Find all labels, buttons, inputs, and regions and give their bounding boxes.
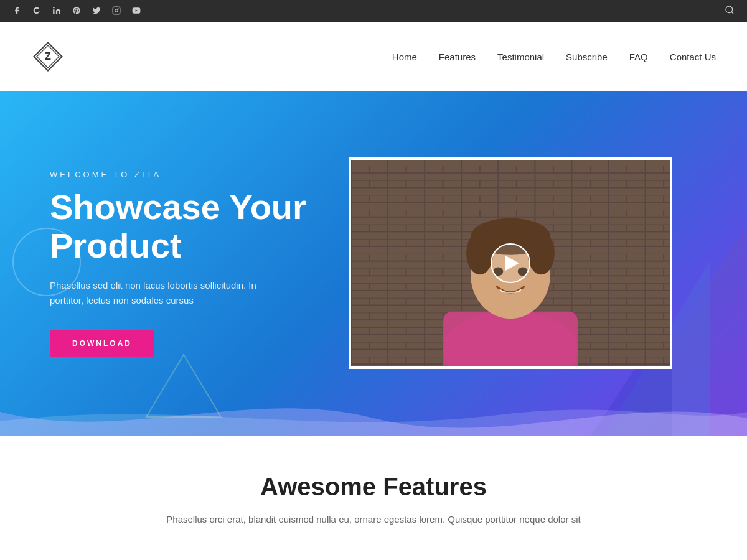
svg-point-2: [115, 9, 118, 12]
youtube-icon[interactable]: [132, 6, 141, 17]
svg-text:Z: Z: [45, 50, 51, 62]
video-player[interactable]: [349, 157, 672, 369]
logo[interactable]: Z: [31, 40, 65, 73]
nav-faq[interactable]: FAQ: [629, 52, 648, 62]
download-button[interactable]: DOWNLOAD: [50, 330, 154, 357]
svg-line-6: [731, 12, 733, 14]
google-plus-icon[interactable]: [32, 6, 41, 17]
hero-section: WELCOME TO ZITA Showcase Your Product Ph…: [0, 91, 747, 436]
hero-subtitle: WELCOME TO ZITA: [50, 170, 349, 179]
hero-content: WELCOME TO ZITA Showcase Your Product Ph…: [50, 170, 349, 357]
instagram-icon[interactable]: [112, 6, 121, 17]
svg-point-5: [726, 6, 733, 13]
features-title: Awesome Features: [50, 473, 697, 501]
social-links: [12, 6, 141, 17]
twitter-icon[interactable]: [92, 6, 101, 17]
nav-subscribe[interactable]: Subscribe: [566, 52, 608, 62]
hero-wave: [0, 387, 747, 436]
top-bar: [0, 0, 747, 22]
nav-home[interactable]: Home: [392, 52, 417, 62]
svg-point-22: [466, 231, 493, 274]
play-button[interactable]: [491, 243, 530, 283]
hero-title: Showcase Your Product: [50, 188, 349, 264]
nav-contact[interactable]: Contact Us: [670, 52, 716, 62]
header: Z Home Features Testimonial Subscribe FA…: [0, 22, 747, 91]
svg-rect-1: [113, 7, 120, 14]
svg-point-3: [118, 8, 119, 9]
nav-features[interactable]: Features: [439, 52, 476, 62]
features-section: Awesome Features Phasellus orci erat, bl…: [0, 436, 747, 552]
search-icon[interactable]: [725, 5, 735, 17]
hero-video-area: [349, 157, 672, 369]
main-nav: Home Features Testimonial Subscribe FAQ …: [392, 52, 716, 62]
hero-description: Phasellus sed elit non lacus lobortis so…: [50, 278, 286, 308]
svg-point-0: [53, 7, 54, 8]
pinterest-icon[interactable]: [72, 6, 81, 17]
play-icon: [505, 256, 519, 271]
nav-testimonial[interactable]: Testimonial: [497, 52, 544, 62]
features-description: Phasellus orci erat, blandit euismod nul…: [156, 512, 591, 527]
svg-rect-17: [443, 311, 578, 366]
logo-icon: Z: [31, 40, 65, 73]
linkedin-icon[interactable]: [52, 6, 61, 17]
svg-point-23: [528, 231, 555, 274]
facebook-icon[interactable]: [12, 6, 21, 17]
